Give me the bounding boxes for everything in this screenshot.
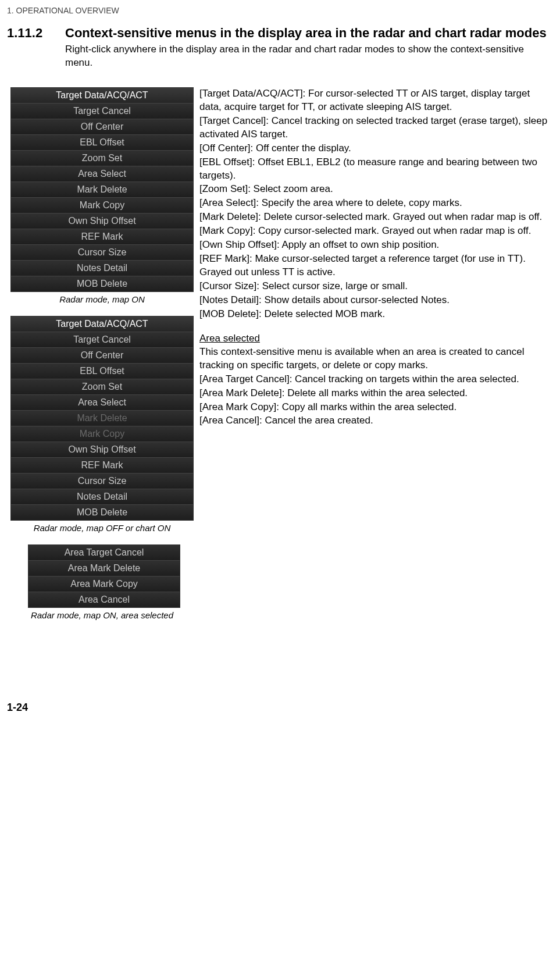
menu-item[interactable]: Target Cancel <box>11 332 193 348</box>
description-line: [Off Center]: Off center the display. <box>199 142 553 155</box>
menu-item[interactable]: Target Data/ACQ/ACT <box>11 316 193 332</box>
menu-item[interactable]: Mark Copy <box>11 198 193 213</box>
description-line: [Zoom Set]: Select zoom area. <box>199 183 553 196</box>
description-line: [Cursor Size]: Select cursor size, large… <box>199 280 553 293</box>
menu-item[interactable]: EBL Offset <box>11 364 193 379</box>
description-line: [Area Cancel]: Cancel the area created. <box>199 414 553 428</box>
description-line: [Own Ship Offset]: Apply an offset to ow… <box>199 238 553 252</box>
menu-item[interactable]: Own Ship Offset <box>11 442 193 458</box>
menu-item[interactable]: Area Select <box>11 395 193 411</box>
menu-item[interactable]: Own Ship Offset <box>11 213 193 229</box>
menu2-caption: Radar mode, map OFF or chart ON <box>10 523 194 533</box>
menu-item[interactable]: Off Center <box>11 119 193 135</box>
description-line: [Mark Copy]: Copy cursor-selected mark. … <box>199 225 553 238</box>
menu-item[interactable]: Area Cancel <box>28 592 180 607</box>
menu-item[interactable]: Target Data/ACQ/ACT <box>11 88 193 104</box>
description-line: [Area Select]: Specify the area where to… <box>199 197 553 210</box>
context-menu-map-on: Target Data/ACQ/ACTTarget CancelOff Cent… <box>10 87 194 292</box>
description-line: [MOB Delete]: Delete selected MOB mark. <box>199 308 553 321</box>
chapter-header: 1. OPERATIONAL OVERVIEW <box>7 6 553 15</box>
menu1-caption: Radar mode, map ON <box>10 294 194 304</box>
area-selected-heading: Area selected <box>199 332 260 346</box>
context-menu-map-off: Target Data/ACQ/ACTTarget CancelOff Cent… <box>10 316 194 521</box>
menu-item[interactable]: Area Target Cancel <box>28 545 180 561</box>
menu-item[interactable]: Cursor Size <box>11 245 193 261</box>
menu-item[interactable]: REF Mark <box>11 229 193 245</box>
description-line: [Target Data/ACQ/ACT]: For cursor-select… <box>199 87 553 114</box>
menu-item[interactable]: EBL Offset <box>11 135 193 151</box>
menu-item[interactable]: Target Cancel <box>11 104 193 119</box>
menu-descriptions: [Target Data/ACQ/ACT]: For cursor-select… <box>199 87 553 321</box>
menu-item[interactable]: Cursor Size <box>11 474 193 489</box>
menu-item[interactable]: Off Center <box>11 348 193 364</box>
menu-item[interactable]: REF Mark <box>11 458 193 474</box>
context-menu-area: Area Target CancelArea Mark DeleteArea M… <box>28 544 180 608</box>
menu-item[interactable]: Notes Detail <box>11 261 193 276</box>
menu3-caption: Radar mode, map ON, area selected <box>10 610 194 620</box>
menu-item[interactable]: Notes Detail <box>11 489 193 505</box>
menu-item[interactable]: Area Select <box>11 166 193 182</box>
menu-item[interactable]: MOB Delete <box>11 276 193 291</box>
description-line: [Area Mark Copy]: Copy all marks within … <box>199 401 553 414</box>
area-descriptions: [Area Target Cancel]: Cancel tracking on… <box>199 373 553 428</box>
menu-item[interactable]: Mark Delete <box>11 411 193 426</box>
section-intro: Right-click anywhere in the display area… <box>65 43 553 70</box>
description-line: [EBL Offset]: Offset EBL1, EBL2 (to meas… <box>199 156 553 183</box>
area-intro: This context-sensitive menu is available… <box>199 346 553 372</box>
menu-item[interactable]: Zoom Set <box>11 151 193 166</box>
page-number: 1-24 <box>7 702 553 714</box>
description-line: [Notes Detail]: Show details about curso… <box>199 294 553 307</box>
section-number: 1.11.2 <box>7 26 65 41</box>
description-line: [Mark Delete]: Delete cursor-selected ma… <box>199 211 553 224</box>
menu-item[interactable]: Area Mark Delete <box>28 561 180 576</box>
menu-item[interactable]: Mark Delete <box>11 182 193 198</box>
description-line: [Area Target Cancel]: Cancel tracking on… <box>199 373 553 386</box>
description-line: [Target Cancel]: Cancel tracking on sele… <box>199 115 553 141</box>
menu-item[interactable]: Zoom Set <box>11 379 193 395</box>
menu-item[interactable]: MOB Delete <box>11 505 193 520</box>
description-line: [Area Mark Delete]: Delete all marks wit… <box>199 387 553 400</box>
section-title: Context-sensitive menus in the display a… <box>65 26 553 41</box>
description-line: [REF Mark]: Make cursor-selected target … <box>199 252 553 279</box>
menu-item[interactable]: Mark Copy <box>11 426 193 442</box>
menu-item[interactable]: Area Mark Copy <box>28 576 180 592</box>
